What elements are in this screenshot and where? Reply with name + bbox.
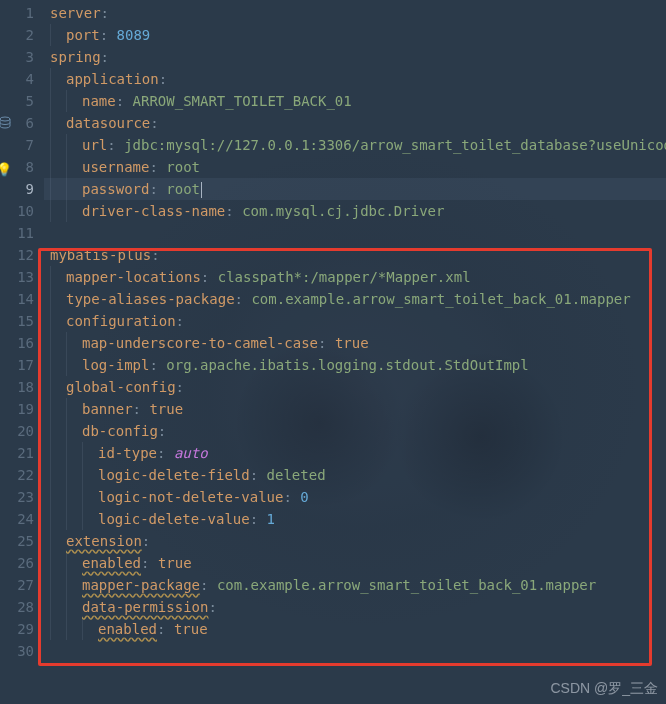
code-token: : [158,423,166,439]
code-line[interactable]: mapper-locations: classpath*:/mapper/*Ma… [44,266,666,288]
line-number: 23 [0,486,34,508]
code-token: db-config [82,423,158,439]
code-line[interactable]: logic-not-delete-value: 0 [44,486,666,508]
code-line[interactable]: logic-delete-field: deleted [44,464,666,486]
code-line[interactable]: logic-delete-value: 1 [44,508,666,530]
code-token: driver-class-name [82,203,225,219]
code-token: true [158,555,192,571]
code-line[interactable]: map-underscore-to-camel-case: true [44,332,666,354]
code-line[interactable]: extension: [44,530,666,552]
line-number: 26 [0,552,34,574]
line-number: 30 [0,640,34,662]
line-number: 7 [0,134,34,156]
code-token: : [133,401,150,417]
line-number: 3 [0,46,34,68]
line-number: 1 [0,2,34,24]
code-line[interactable]: port: 8089 [44,24,666,46]
lightbulb-icon[interactable]: 💡 [0,158,12,174]
code-line[interactable]: mybatis-plus: [44,244,666,266]
code-token: : [159,71,167,87]
code-token: banner [82,401,133,417]
code-line[interactable]: spring: [44,46,666,68]
line-number: 5 [0,90,34,112]
line-number: 8💡 [0,156,34,178]
line-number: 17 [0,354,34,376]
code-token: org.apache.ibatis.logging.stdout.StdOutI… [166,357,528,373]
code-line[interactable]: enabled: true [44,618,666,640]
code-line[interactable]: username: root [44,156,666,178]
code-token: : [100,27,117,43]
code-token: com.example.arrow_smart_toilet_back_01.m… [251,291,630,307]
code-token: : [176,313,184,329]
line-number: 2 [0,24,34,46]
code-line[interactable]: banner: true [44,398,666,420]
code-token: ARROW_SMART_TOILET_BACK_01 [133,93,352,109]
code-token: map-underscore-to-camel-case [82,335,318,351]
code-token: com.mysql.cj.jdbc.Driver [242,203,444,219]
code-editor[interactable]: 12345678💡9101112131415161718192021222324… [0,0,666,704]
code-token: : [116,93,133,109]
code-token: url [82,137,107,153]
code-token: : [142,533,150,549]
code-token: mapper-package [82,577,200,593]
code-token: : [225,203,242,219]
code-token: : [250,467,267,483]
code-line[interactable]: url: jdbc:mysql://127.0.0.1:3306/arrow_s… [44,134,666,156]
code-token: : [157,445,174,461]
code-token: : [150,115,158,131]
code-token: mapper-locations [66,269,201,285]
code-token: true [149,401,183,417]
code-token: name [82,93,116,109]
code-line[interactable]: name: ARROW_SMART_TOILET_BACK_01 [44,90,666,112]
code-token: password [82,181,149,197]
code-area[interactable]: server:port: 8089spring:application:name… [44,0,666,704]
code-token: : [201,269,218,285]
code-token: : [149,159,166,175]
code-line[interactable] [44,222,666,244]
code-token: enabled [82,555,141,571]
code-token: : [101,5,109,21]
code-token: : [141,555,158,571]
line-number: 24 [0,508,34,530]
code-token: true [174,621,208,637]
code-token: username [82,159,149,175]
code-token: mybatis-plus [50,247,151,263]
code-token: : [149,357,166,373]
code-line[interactable]: server: [44,2,666,24]
line-number: 19 [0,398,34,420]
watermark: CSDN @罗_三金 [550,680,658,698]
code-token: : [283,489,300,505]
code-line[interactable]: db-config: [44,420,666,442]
code-line[interactable]: configuration: [44,310,666,332]
code-line[interactable]: password: root [44,178,666,200]
code-token: enabled [98,621,157,637]
code-token: type-aliases-package [66,291,235,307]
code-token: root [166,159,200,175]
code-line[interactable]: global-config: [44,376,666,398]
code-token: com.example.arrow_smart_toilet_back_01.m… [217,577,596,593]
database-icon [0,114,12,130]
code-token: data-permission [82,599,208,615]
code-token: deleted [267,467,326,483]
line-number: 13 [0,266,34,288]
line-number: 11 [0,222,34,244]
code-line[interactable]: enabled: true [44,552,666,574]
code-line[interactable]: type-aliases-package: com.example.arrow_… [44,288,666,310]
code-line[interactable]: mapper-package: com.example.arrow_smart_… [44,574,666,596]
code-token: server [50,5,101,21]
code-token: : [318,335,335,351]
line-number: 12 [0,244,34,266]
code-token: application [66,71,159,87]
code-line[interactable]: data-permission: [44,596,666,618]
code-token: extension [66,533,142,549]
code-line[interactable]: driver-class-name: com.mysql.cj.jdbc.Dri… [44,200,666,222]
code-line[interactable]: datasource: [44,112,666,134]
code-token: 8089 [117,27,151,43]
code-line[interactable] [44,640,666,662]
line-number: 20 [0,420,34,442]
code-token: configuration [66,313,176,329]
code-line[interactable]: id-type: auto [44,442,666,464]
code-line[interactable]: log-impl: org.apache.ibatis.logging.stdo… [44,354,666,376]
code-line[interactable]: application: [44,68,666,90]
code-token: 0 [300,489,308,505]
